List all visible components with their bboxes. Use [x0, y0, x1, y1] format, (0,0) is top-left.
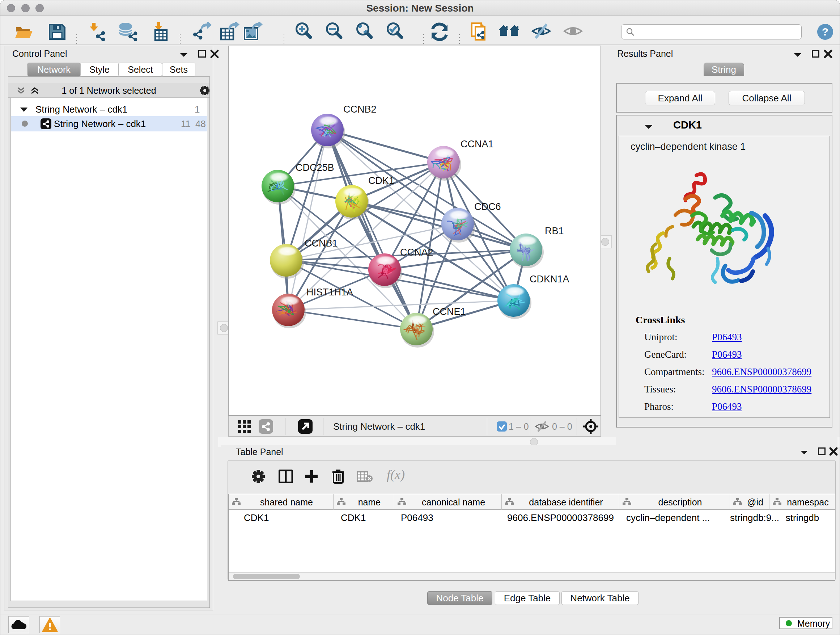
svg-text:CCNA2: CCNA2 — [400, 247, 433, 258]
svg-text:CCNA1: CCNA1 — [461, 139, 494, 149]
svg-text:CDC25B: CDC25B — [295, 162, 334, 173]
svg-text:RB1: RB1 — [545, 226, 564, 236]
svg-text:CDKN1A: CDKN1A — [530, 274, 569, 285]
svg-text:CCNB1: CCNB1 — [305, 238, 338, 249]
svg-text:CDK1: CDK1 — [368, 175, 394, 186]
svg-text:CDC6: CDC6 — [474, 201, 501, 212]
svg-text:HIST1H1A: HIST1H1A — [306, 287, 353, 298]
svg-text:CCNE1: CCNE1 — [433, 306, 466, 317]
svg-text:CCNB2: CCNB2 — [343, 104, 377, 115]
